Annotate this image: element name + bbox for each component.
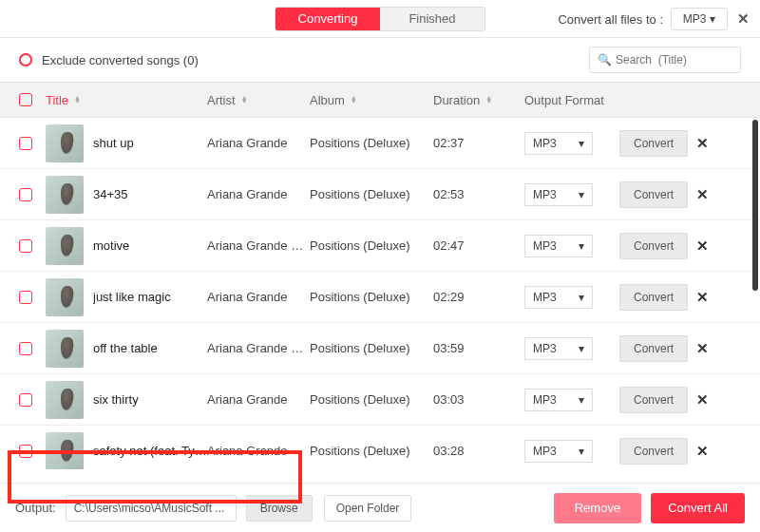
- chevron-down-icon: ▾: [579, 239, 584, 253]
- row-checkbox[interactable]: [19, 342, 32, 355]
- search-input[interactable]: [616, 53, 732, 66]
- row-format-select[interactable]: MP3▾: [524, 389, 593, 411]
- convert-button[interactable]: Convert: [619, 181, 688, 208]
- delete-row-icon[interactable]: ✕: [691, 289, 713, 306]
- track-duration: 02:53: [433, 187, 524, 201]
- chevron-down-icon: ▾: [579, 342, 584, 355]
- tab-converting[interactable]: Converting: [276, 8, 380, 30]
- col-album-label: Album: [310, 93, 345, 107]
- track-duration: 03:03: [433, 392, 524, 407]
- delete-row-icon[interactable]: ✕: [691, 135, 713, 152]
- delete-row-icon[interactable]: ✕: [691, 238, 713, 255]
- track-title: just like magic: [93, 290, 207, 304]
- col-artist-label: Artist: [207, 93, 236, 107]
- col-format-label: Output Format: [524, 93, 604, 107]
- row-format-select[interactable]: MP3▾: [524, 235, 593, 257]
- col-output-format: Output Format: [524, 93, 619, 107]
- radio-icon: [19, 53, 32, 66]
- delete-row-icon[interactable]: ✕: [691, 340, 713, 357]
- row-format-value: MP3: [533, 342, 557, 355]
- chevron-down-icon: ▾: [579, 188, 584, 201]
- track-artist: Ariana Grande: [207, 444, 310, 458]
- track-album: Positions (Deluxe): [310, 392, 433, 407]
- row-format-select[interactable]: MP3▾: [524, 337, 593, 360]
- browse-button[interactable]: Browse: [246, 495, 313, 522]
- remove-button[interactable]: Remove: [554, 493, 641, 523]
- track-title: off the table: [93, 341, 207, 355]
- table-row: motiveAriana Grande & ...Positions (Delu…: [0, 220, 760, 272]
- col-title-label: Title: [46, 93, 68, 107]
- delete-row-icon[interactable]: ✕: [691, 443, 713, 460]
- table-row: six thirtyAriana GrandePositions (Deluxe…: [0, 374, 760, 426]
- close-icon[interactable]: ✕: [735, 10, 750, 28]
- search-icon: 🔍: [598, 53, 612, 66]
- track-album: Positions (Deluxe): [310, 341, 433, 355]
- convert-button[interactable]: Convert: [619, 387, 688, 413]
- track-album: Positions (Deluxe): [310, 290, 433, 304]
- track-album: Positions (Deluxe): [310, 136, 433, 150]
- delete-row-icon[interactable]: ✕: [691, 391, 713, 408]
- row-checkbox[interactable]: [19, 393, 32, 407]
- album-art: [46, 227, 84, 265]
- track-duration: 03:28: [433, 444, 524, 458]
- tabs: Converting Finished: [275, 7, 485, 31]
- output-path[interactable]: C:\Users\micso\AMusicSoft ...: [66, 495, 237, 522]
- delete-row-icon[interactable]: ✕: [691, 186, 713, 203]
- col-album[interactable]: Album ▲▼: [310, 93, 433, 107]
- row-checkbox[interactable]: [19, 137, 32, 150]
- search-box[interactable]: 🔍: [589, 47, 741, 73]
- chevron-down-icon: ▾: [579, 445, 584, 458]
- album-art: [46, 176, 84, 214]
- convert-button[interactable]: Convert: [619, 335, 688, 362]
- track-duration: 02:37: [433, 136, 524, 150]
- sort-icon: ▲▼: [485, 96, 492, 104]
- row-format-value: MP3: [533, 445, 557, 458]
- row-format-value: MP3: [533, 137, 557, 150]
- scrollbar[interactable]: [752, 120, 758, 291]
- convert-all-to: Convert all files to : MP3 ▾ ✕: [558, 0, 750, 38]
- col-artist[interactable]: Artist ▲▼: [207, 93, 310, 107]
- row-checkbox[interactable]: [19, 291, 32, 304]
- bottom-bar: Output: C:\Users\micso\AMusicSoft ... Br…: [0, 483, 760, 532]
- output-label: Output:: [15, 501, 56, 515]
- exclude-converted-toggle[interactable]: Exclude converted songs (0): [19, 53, 199, 67]
- table-row: safety net (feat. Ty ...Ariana GrandePos…: [0, 426, 760, 469]
- global-format-select[interactable]: MP3 ▾: [671, 8, 728, 30]
- track-artist: Ariana Grande: [207, 136, 310, 150]
- table-row: off the tableAriana Grande & ...Position…: [0, 323, 760, 374]
- track-list: shut upAriana GrandePositions (Deluxe)02…: [0, 118, 760, 469]
- open-folder-button[interactable]: Open Folder: [324, 495, 412, 522]
- convert-button[interactable]: Convert: [619, 284, 688, 311]
- global-format-value: MP3: [683, 12, 707, 26]
- track-artist: Ariana Grande: [207, 290, 310, 304]
- row-checkbox[interactable]: [19, 239, 32, 253]
- col-title[interactable]: Title ▲▼: [46, 93, 207, 107]
- track-duration: 02:47: [433, 238, 524, 253]
- chevron-down-icon: ▾: [579, 291, 584, 304]
- row-checkbox[interactable]: [19, 188, 32, 201]
- tab-finished[interactable]: Finished: [380, 8, 484, 30]
- row-format-select[interactable]: MP3▾: [524, 183, 593, 206]
- track-artist: Ariana Grande & ...: [207, 238, 310, 253]
- track-artist: Ariana Grande & ...: [207, 341, 310, 355]
- convert-button[interactable]: Convert: [619, 233, 688, 259]
- col-duration-label: Duration: [433, 93, 480, 107]
- col-duration[interactable]: Duration ▲▼: [433, 93, 524, 107]
- row-checkbox[interactable]: [19, 445, 32, 458]
- sort-icon: ▲▼: [241, 96, 248, 104]
- convert-button[interactable]: Convert: [619, 438, 688, 465]
- row-format-select[interactable]: MP3▾: [524, 132, 593, 155]
- table-header: Title ▲▼ Artist ▲▼ Album ▲▼ Duration ▲▼ …: [0, 82, 760, 118]
- select-all-checkbox[interactable]: [19, 93, 32, 106]
- track-title: 34+35: [93, 187, 207, 201]
- album-art: [46, 330, 84, 368]
- table-row: shut upAriana GrandePositions (Deluxe)02…: [0, 118, 760, 169]
- convert-button[interactable]: Convert: [619, 130, 688, 157]
- row-format-select[interactable]: MP3▾: [524, 286, 593, 309]
- row-format-select[interactable]: MP3▾: [524, 440, 593, 463]
- sort-icon: ▲▼: [74, 96, 81, 104]
- table-row: 34+35Ariana GrandePositions (Deluxe)02:5…: [0, 169, 760, 220]
- convert-all-button[interactable]: Convert All: [651, 493, 745, 523]
- track-duration: 03:59: [433, 341, 524, 355]
- track-title: shut up: [93, 136, 207, 150]
